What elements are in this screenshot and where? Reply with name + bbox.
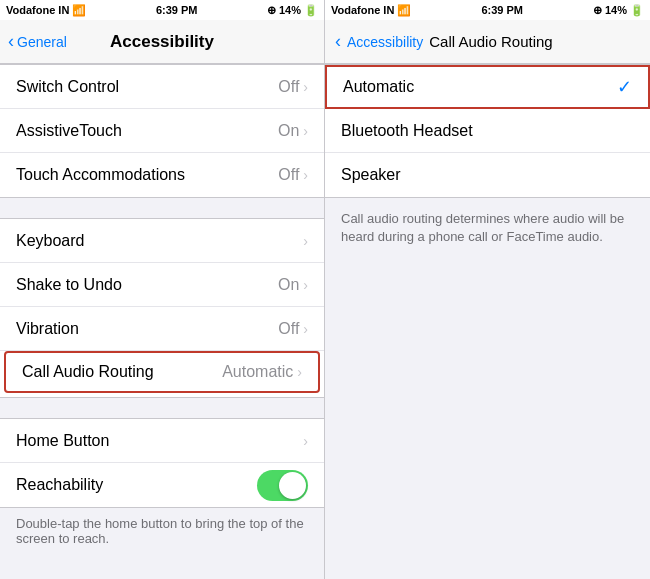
label-keyboard: Keyboard [16, 232, 85, 250]
option-speaker[interactable]: Speaker [325, 153, 650, 197]
row-switch-control[interactable]: Switch Control Off › [0, 65, 324, 109]
chevron-icon-vibration: › [303, 321, 308, 337]
spacer-1 [0, 198, 324, 218]
chevron-icon-home-button: › [303, 433, 308, 449]
chevron-icon-call-audio: › [297, 364, 302, 380]
label-reachability: Reachability [16, 476, 103, 494]
battery-pct-left: 14% [279, 4, 301, 16]
checkmark-automatic: ✓ [617, 76, 632, 98]
right-status-right: ⊕ 14% 🔋 [593, 4, 644, 17]
breadcrumb-accessibility[interactable]: Accessibility [347, 34, 423, 50]
row-keyboard[interactable]: Keyboard › [0, 219, 324, 263]
value-touch-accommodations: Off › [278, 166, 308, 184]
label-home-button: Home Button [16, 432, 109, 450]
right-status-left: Vodafone IN 📶 [331, 4, 411, 17]
time-left: 6:39 PM [156, 4, 198, 16]
reachability-toggle[interactable] [257, 470, 308, 501]
value-call-audio-routing: Automatic › [222, 363, 302, 381]
section-input: Keyboard › Shake to Undo On › Vibration … [0, 218, 324, 398]
chevron-back-icon-right: ‹ [335, 31, 341, 52]
toggle-knob-reachability [279, 472, 306, 499]
time-right: 6:39 PM [481, 4, 523, 16]
label-speaker: Speaker [341, 166, 401, 184]
chevron-icon-assistive-touch: › [303, 123, 308, 139]
right-panel: Vodafone IN 📶 6:39 PM ⊕ 14% 🔋 ‹ Accessib… [325, 0, 650, 579]
value-assistive-touch: On › [278, 122, 308, 140]
left-status-right: ⊕ 14% 🔋 [267, 4, 318, 17]
left-status-left: Vodafone IN 📶 [6, 4, 86, 17]
carrier-left: Vodafone IN [6, 4, 69, 16]
left-status-bar: Vodafone IN 📶 6:39 PM ⊕ 14% 🔋 [0, 0, 324, 20]
row-reachability[interactable]: Reachability [0, 463, 324, 507]
battery-pct-right: 14% [605, 4, 627, 16]
back-button-left[interactable]: ‹ General [8, 31, 67, 52]
label-vibration: Vibration [16, 320, 79, 338]
value-home-button: › [303, 433, 308, 449]
row-call-audio-routing[interactable]: Call Audio Routing Automatic › [4, 351, 320, 393]
value-keyboard: › [303, 233, 308, 249]
chevron-icon-switch-control: › [303, 79, 308, 95]
label-shake-to-undo: Shake to Undo [16, 276, 122, 294]
row-home-button[interactable]: Home Button › [0, 419, 324, 463]
chevron-icon-shake: › [303, 277, 308, 293]
section-home: Home Button › Reachability [0, 418, 324, 508]
label-assistive-touch: AssistiveTouch [16, 122, 122, 140]
value-shake-to-undo: On › [278, 276, 308, 294]
label-touch-accommodations: Touch Accommodations [16, 166, 185, 184]
label-automatic: Automatic [343, 78, 414, 96]
routing-description: Call audio routing determines where audi… [325, 198, 650, 258]
wifi-icon-right: 📶 [397, 4, 411, 17]
gps-icon-right: ⊕ [593, 4, 602, 17]
footer-text: Double-tap the home button to bring the … [0, 508, 324, 558]
row-assistive-touch[interactable]: AssistiveTouch On › [0, 109, 324, 153]
chevron-icon-keyboard: › [303, 233, 308, 249]
page-title-left: Accessibility [110, 32, 214, 52]
option-bluetooth-headset[interactable]: Bluetooth Headset [325, 109, 650, 153]
right-nav-bar: ‹ Accessibility Call Audio Routing [325, 20, 650, 64]
audio-routing-options: Automatic ✓ Bluetooth Headset Speaker [325, 64, 650, 198]
option-automatic[interactable]: Automatic ✓ [325, 65, 650, 109]
gps-icon-left: ⊕ [267, 4, 276, 17]
chevron-icon-touch-accommodations: › [303, 167, 308, 183]
row-vibration[interactable]: Vibration Off › [0, 307, 324, 351]
value-switch-control: Off › [278, 78, 308, 96]
carrier-right: Vodafone IN [331, 4, 394, 16]
battery-icon-left: 🔋 [304, 4, 318, 17]
spacer-2 [0, 398, 324, 418]
label-call-audio-routing: Call Audio Routing [22, 363, 154, 381]
settings-list: Switch Control Off › AssistiveTouch On ›… [0, 64, 324, 579]
right-status-bar: Vodafone IN 📶 6:39 PM ⊕ 14% 🔋 [325, 0, 650, 20]
battery-icon-right: 🔋 [630, 4, 644, 17]
back-button-right[interactable]: ‹ [335, 31, 341, 52]
label-bluetooth-headset: Bluetooth Headset [341, 122, 473, 140]
value-vibration: Off › [278, 320, 308, 338]
left-nav-bar: ‹ General Accessibility [0, 20, 324, 64]
label-switch-control: Switch Control [16, 78, 119, 96]
row-shake-to-undo[interactable]: Shake to Undo On › [0, 263, 324, 307]
wifi-icon-left: 📶 [72, 4, 86, 17]
row-touch-accommodations[interactable]: Touch Accommodations Off › [0, 153, 324, 197]
section-interaction: Switch Control Off › AssistiveTouch On ›… [0, 64, 324, 198]
page-title-right: Call Audio Routing [429, 33, 552, 50]
left-panel: Vodafone IN 📶 6:39 PM ⊕ 14% 🔋 ‹ General … [0, 0, 325, 579]
back-label-left[interactable]: General [17, 34, 67, 50]
chevron-back-icon-left: ‹ [8, 31, 14, 52]
